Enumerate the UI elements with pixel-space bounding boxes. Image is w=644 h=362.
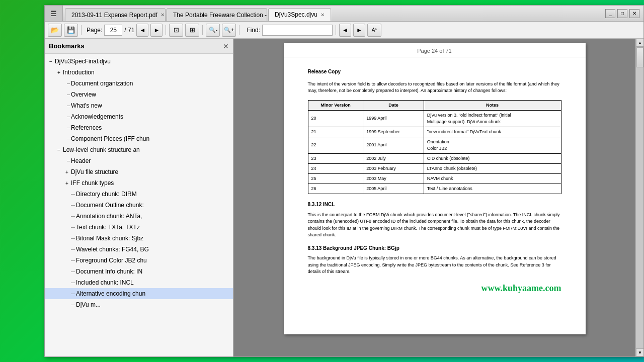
save-button[interactable]: 💾 — [64, 24, 78, 37]
prev-page-button[interactable]: ◄ — [136, 24, 148, 37]
expander-icon[interactable]: − — [47, 59, 55, 64]
tree-item-bitonal[interactable]: Bitonal Mask chunk: Sjbz — [45, 233, 233, 244]
section-8312-text: This is the counterpart to the FORM:DjVi… — [308, 212, 561, 239]
find-prev-button[interactable]: ◄ — [339, 24, 351, 37]
cell-date: 2002 July — [363, 153, 424, 163]
tree-item-doc-info[interactable]: Document Info chunk: IN — [45, 266, 233, 277]
tree-item-header[interactable]: Header — [45, 155, 233, 166]
sidebar: Bookmarks ✕ − DjVu3SpecFinal.djvu + Intr… — [45, 39, 233, 356]
watermark: www.kuhyaame.com — [308, 282, 561, 295]
close-button[interactable]: ✕ — [629, 9, 639, 18]
tree-label: Bitonal Mask chunk: Sjbz — [76, 235, 143, 242]
cell-date: 1999 September — [363, 127, 424, 137]
menu-button[interactable]: ☰ — [45, 6, 63, 21]
tree-label: Component Pieces (IFF chun — [71, 135, 149, 142]
bookmarks-tree: − DjVu3SpecFinal.djvu + Introduction Doc… — [45, 54, 233, 356]
page-input[interactable] — [104, 25, 122, 36]
cell-notes: CID chunk (obsolete) — [424, 153, 561, 163]
tree-item-introduction[interactable]: + Introduction — [45, 67, 233, 78]
table-row: 24 2003 February LTAnno chunk (obsolete) — [308, 163, 561, 173]
cell-version: 26 — [308, 184, 363, 194]
document-viewer[interactable]: Page 24 of 71 Release Copy The intent of… — [233, 39, 635, 356]
tree-item-ack[interactable]: Acknowledgements — [45, 111, 233, 122]
intro-text: The intent of the version field is to al… — [308, 81, 561, 94]
tab-close-icon[interactable]: ✕ — [320, 12, 325, 18]
tree-item-lowlevel[interactable]: − Low-level chunk structure an — [45, 144, 233, 155]
toolbar: 📂 💾 Page: / 71 ◄ ► ⊡ ⊞ 🔍- 🔍+ Find: ◄ ► A… — [45, 22, 643, 39]
font-size-button[interactable]: Aᵃ — [367, 24, 381, 37]
tree-label: Alternative encoding chun — [76, 290, 145, 297]
cell-notes: NAVM chunk — [424, 173, 561, 184]
page-label: Page: — [87, 27, 102, 34]
zoom-out-button[interactable]: 🔍- — [206, 24, 220, 37]
separator — [81, 25, 82, 35]
tree-label: Wavelet chunks: FG44, BG — [76, 246, 149, 253]
expander-icon[interactable]: + — [55, 70, 63, 75]
expander-icon[interactable]: + — [63, 180, 71, 186]
scrollbar-vertical[interactable]: ▲ ▼ — [635, 39, 643, 356]
tree-item-overview[interactable]: Overview — [45, 89, 233, 100]
cell-date: 2003 May — [363, 173, 424, 184]
tree-item-doc-outline[interactable]: Document Outline chunk: — [45, 200, 233, 211]
tree-item-fg-color[interactable]: Foreground Color JB2 chu — [45, 255, 233, 266]
fit-width-button[interactable]: ⊞ — [185, 24, 199, 37]
main-window: ☰ 2013-09-11 Expense Report.pdf ✕ The Po… — [44, 5, 644, 357]
tree-label: Foreground Color JB2 chu — [76, 257, 147, 264]
page-total: / 71 — [124, 27, 134, 34]
tree-label: What's new — [71, 102, 102, 109]
tree-item-root[interactable]: − DjVu3SpecFinal.djvu — [45, 56, 233, 67]
find-next-button[interactable]: ► — [353, 24, 365, 37]
tree-item-references[interactable]: References — [45, 122, 233, 133]
tab-freeware[interactable]: The Portable Freeware Collection -... ✕ — [167, 8, 267, 21]
tab-expense-report[interactable]: 2013-09-11 Expense Report.pdf ✕ — [65, 8, 166, 21]
section-8313-heading: 8.3.13 Background JPEG Chunk: BGjp — [308, 245, 561, 252]
tree-label: DjVu3SpecFinal.djvu — [55, 58, 111, 65]
col-header-version: Minor Version — [308, 100, 363, 110]
next-page-button[interactable]: ► — [150, 24, 163, 37]
section-8312-heading: 8.3.12 INCL — [308, 201, 561, 209]
expander-icon[interactable]: − — [55, 147, 63, 153]
table-row: 23 2002 July CID chunk (obsolete) — [308, 153, 561, 163]
tree-label: DjVu m... — [76, 301, 101, 308]
expander-icon[interactable]: + — [63, 169, 71, 175]
sidebar-header: Bookmarks ✕ — [45, 39, 233, 54]
cell-version: 22 — [308, 137, 363, 153]
tab-close-icon[interactable]: ✕ — [160, 12, 165, 18]
scroll-track[interactable] — [636, 47, 643, 348]
scroll-down-button[interactable]: ▼ — [636, 348, 643, 356]
fit-page-button[interactable]: ⊡ — [169, 24, 183, 37]
find-input[interactable] — [262, 25, 333, 36]
maximize-button[interactable]: □ — [617, 9, 627, 18]
tree-item-included[interactable]: Included chunk: INCL — [45, 277, 233, 288]
tree-item-annot[interactable]: Annotation chunk: ANTa, — [45, 211, 233, 222]
separator — [239, 25, 239, 35]
tree-item-djvu-file[interactable]: + DjVu file structure — [45, 166, 233, 177]
open-button[interactable]: 📂 — [48, 24, 62, 37]
tree-item-iff[interactable]: + IFF chunk types — [45, 177, 233, 189]
cell-date: 2005 April — [363, 184, 424, 194]
separator — [166, 25, 166, 35]
tree-item-djvum[interactable]: DjVu m... — [45, 299, 233, 310]
sidebar-close-button[interactable]: ✕ — [223, 42, 229, 50]
tree-item-wavelet[interactable]: Wavelet chunks: FG44, BG — [45, 244, 233, 255]
cell-notes: LTAnno chunk (obsolete) — [424, 163, 561, 173]
cell-version: 21 — [308, 127, 363, 137]
tab-djvu[interactable]: DjVu3Spec.djvu ✕ — [268, 8, 331, 21]
cell-date: 2003 February — [363, 163, 424, 173]
tree-item-alt-encoding[interactable]: Alternative encoding chun — [45, 288, 233, 299]
scroll-thumb[interactable] — [636, 47, 643, 67]
tree-item-component[interactable]: Component Pieces (IFF chun — [45, 133, 233, 144]
tree-label: Text chunk: TXTa, TXTz — [76, 224, 140, 231]
tree-item-dirm[interactable]: Directory chunk: DIRM — [45, 189, 233, 200]
tree-label: Included chunk: INCL — [76, 279, 134, 286]
tree-item-whats-new[interactable]: What's new — [45, 100, 233, 111]
tree-item-text[interactable]: Text chunk: TXTa, TXTz — [45, 222, 233, 233]
scroll-up-button[interactable]: ▲ — [636, 39, 643, 47]
cell-version: 20 — [308, 110, 363, 127]
table-row: 26 2005 April Text / Line annotations — [308, 184, 561, 194]
minimize-button[interactable]: _ — [605, 9, 615, 18]
zoom-in-button[interactable]: 🔍+ — [222, 24, 236, 37]
tree-item-doc-org[interactable]: Document organization — [45, 78, 233, 89]
tree-label: Header — [71, 157, 91, 164]
tree-label: Introduction — [63, 69, 95, 76]
